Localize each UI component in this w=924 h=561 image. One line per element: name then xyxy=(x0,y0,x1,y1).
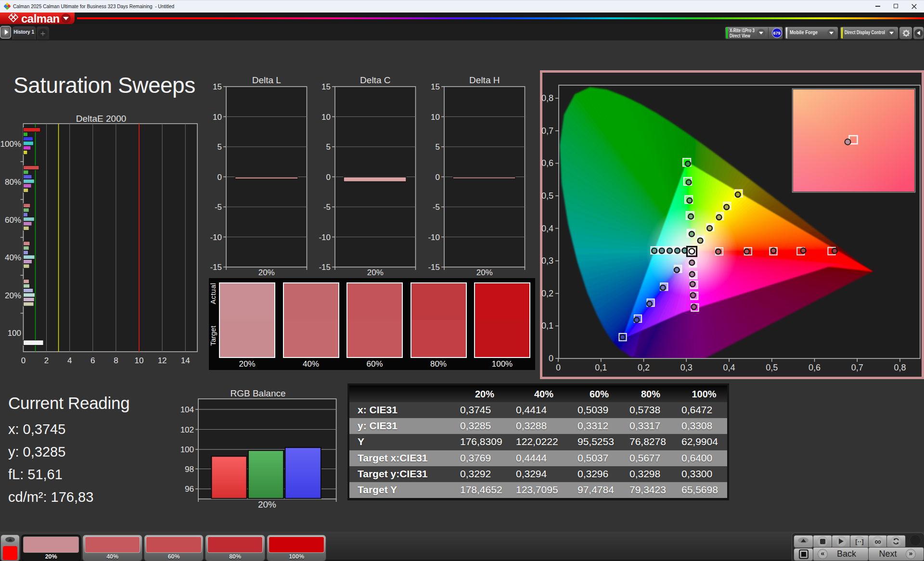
svg-text:-15: -15 xyxy=(210,263,222,272)
svg-text:0,1: 0,1 xyxy=(541,321,553,331)
svg-text:0,4: 0,4 xyxy=(723,363,735,372)
svg-text:10: 10 xyxy=(431,113,440,122)
svg-text:40%: 40% xyxy=(5,253,21,262)
svg-text:0: 0 xyxy=(556,363,561,372)
svg-text:-5: -5 xyxy=(432,203,439,212)
svg-text:-10: -10 xyxy=(319,233,331,242)
svg-text:Delta C: Delta C xyxy=(360,75,390,85)
svg-text:0,8: 0,8 xyxy=(541,93,553,103)
svg-text:0,2: 0,2 xyxy=(541,289,553,298)
svg-text:0,7: 0,7 xyxy=(851,363,863,372)
svg-text:15: 15 xyxy=(213,82,222,91)
svg-text:20%: 20% xyxy=(258,499,276,510)
svg-text:-15: -15 xyxy=(428,263,440,272)
svg-text:-10: -10 xyxy=(210,233,222,242)
svg-text:Delta L: Delta L xyxy=(252,75,281,85)
svg-text:0,7: 0,7 xyxy=(541,126,553,136)
svg-text:-15: -15 xyxy=(319,263,331,272)
svg-text:0,8: 0,8 xyxy=(894,363,906,372)
svg-text:15: 15 xyxy=(431,82,440,91)
svg-text:0,6: 0,6 xyxy=(541,158,553,168)
svg-text:20%: 20% xyxy=(5,291,21,300)
svg-text:20%: 20% xyxy=(367,268,384,277)
svg-text:60%: 60% xyxy=(5,216,21,225)
svg-text:0: 0 xyxy=(435,173,439,182)
svg-text:0,5: 0,5 xyxy=(541,191,553,201)
svg-text:100%: 100% xyxy=(0,140,21,149)
svg-text:5: 5 xyxy=(435,142,439,152)
svg-text:0: 0 xyxy=(217,173,221,182)
svg-text:96: 96 xyxy=(185,484,194,494)
svg-text:Delta H: Delta H xyxy=(469,75,500,85)
svg-text:0,4: 0,4 xyxy=(541,224,553,233)
svg-text:100: 100 xyxy=(180,445,194,454)
svg-text:0,6: 0,6 xyxy=(808,363,821,372)
svg-text:DeltaE 2000: DeltaE 2000 xyxy=(76,114,127,124)
svg-text:-5: -5 xyxy=(323,203,331,212)
svg-text:0,5: 0,5 xyxy=(766,363,778,372)
svg-text:8: 8 xyxy=(114,356,118,365)
svg-text:-10: -10 xyxy=(428,233,440,242)
svg-text:20%: 20% xyxy=(476,268,492,277)
svg-text:14: 14 xyxy=(181,356,190,365)
svg-text:10: 10 xyxy=(213,113,222,122)
svg-text:20%: 20% xyxy=(258,268,274,277)
svg-text:10: 10 xyxy=(321,113,331,122)
svg-text:100: 100 xyxy=(8,329,21,338)
svg-text:-5: -5 xyxy=(214,203,221,212)
svg-text:0,3: 0,3 xyxy=(541,256,553,266)
svg-text:6: 6 xyxy=(90,356,95,365)
svg-text:0,1: 0,1 xyxy=(595,363,607,372)
svg-text:0,3: 0,3 xyxy=(680,363,693,372)
svg-text:4: 4 xyxy=(67,356,72,365)
svg-text:0: 0 xyxy=(549,354,553,363)
svg-text:102: 102 xyxy=(180,425,194,434)
svg-text:2: 2 xyxy=(44,356,49,365)
svg-text:104: 104 xyxy=(180,405,194,414)
svg-text:10: 10 xyxy=(135,356,144,365)
svg-text:RGB Balance: RGB Balance xyxy=(230,388,285,398)
svg-text:0,2: 0,2 xyxy=(638,363,650,372)
svg-text:5: 5 xyxy=(217,142,221,152)
svg-text:0: 0 xyxy=(21,356,26,365)
svg-text:15: 15 xyxy=(321,82,331,91)
svg-text:0: 0 xyxy=(326,173,331,182)
svg-text:80%: 80% xyxy=(5,178,21,187)
svg-text:12: 12 xyxy=(158,356,167,365)
svg-text:98: 98 xyxy=(185,465,194,474)
svg-text:5: 5 xyxy=(326,142,331,152)
